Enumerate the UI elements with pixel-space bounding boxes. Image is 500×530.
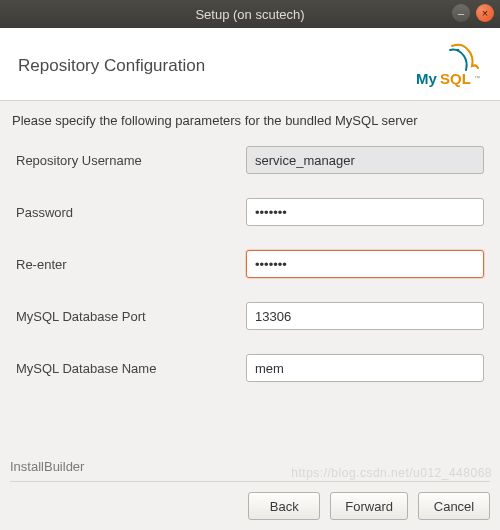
password-label: Password — [16, 205, 246, 220]
close-icon[interactable]: × — [476, 4, 494, 22]
port-input[interactable] — [246, 302, 484, 330]
dbname-label: MySQL Database Name — [16, 361, 246, 376]
install-builder-label: InstallBuilder — [10, 459, 84, 474]
button-bar: Back Forward Cancel — [10, 481, 490, 520]
minimize-icon[interactable]: – — [452, 4, 470, 22]
dbname-input[interactable] — [246, 354, 484, 382]
watermark: https://blog.csdn.net/u012_448068 — [291, 466, 492, 480]
forward-button[interactable]: Forward — [330, 492, 408, 520]
window-controls: – × — [452, 4, 494, 22]
content: Please specify the following parameters … — [0, 101, 500, 382]
port-label: MySQL Database Port — [16, 309, 246, 324]
svg-text:My: My — [416, 70, 437, 87]
reenter-input[interactable] — [246, 250, 484, 278]
titlebar: Setup (on scutech) – × — [0, 0, 500, 28]
mysql-logo: My SQL ™ — [412, 42, 482, 90]
page-title: Repository Configuration — [18, 56, 205, 76]
username-label: Repository Username — [16, 153, 246, 168]
reenter-label: Re-enter — [16, 257, 246, 272]
svg-text:™: ™ — [474, 75, 480, 81]
back-button[interactable]: Back — [248, 492, 320, 520]
window-title: Setup (on scutech) — [195, 7, 304, 22]
header: Repository Configuration My SQL ™ — [0, 28, 500, 101]
password-input[interactable] — [246, 198, 484, 226]
username-input[interactable] — [246, 146, 484, 174]
svg-text:SQL: SQL — [440, 70, 471, 87]
instruction-text: Please specify the following parameters … — [10, 113, 490, 146]
form: Repository Username Password Re-enter My… — [10, 146, 490, 382]
cancel-button[interactable]: Cancel — [418, 492, 490, 520]
